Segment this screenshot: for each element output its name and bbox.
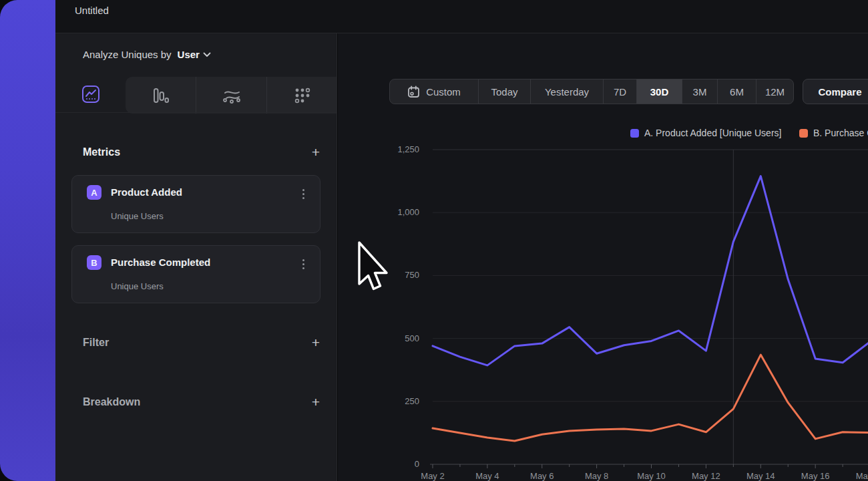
filter-header: Filter [83, 337, 109, 349]
add-breakdown-button[interactable]: + [308, 395, 323, 410]
y-axis-tick-label: 1,000 [369, 207, 419, 217]
metric-card-b[interactable]: B Purchase Completed Unique Users [71, 245, 320, 303]
flow-icon [222, 87, 241, 104]
x-axis-tick-label: May 12 [686, 471, 726, 481]
metrics-header: Metrics [83, 146, 120, 158]
chart-canvas [338, 33, 868, 481]
add-metric-button[interactable]: + [308, 145, 323, 160]
chart-type-tabs [55, 75, 337, 112]
y-axis-tick-label: 0 [369, 459, 419, 469]
tab-grid-dots[interactable] [266, 77, 337, 114]
metric-badge-a: A [87, 185, 101, 200]
document-title[interactable]: Untitled [75, 5, 109, 16]
chart-panel: Custom Today Yesterday 7D 30D 3M 6M 12M … [338, 33, 868, 481]
series-line-a [433, 176, 868, 365]
metric-subtitle: Unique Users [111, 281, 164, 291]
x-axis-tick-label: May 2 [413, 471, 453, 481]
x-axis-tick-label: May 18 [850, 471, 868, 481]
metric-card-a[interactable]: A Product Added Unique Users [71, 175, 320, 233]
metric-subtitle: Unique Users [111, 211, 164, 221]
tab-flow[interactable] [196, 77, 266, 114]
metric-title: Purchase Completed [111, 257, 210, 268]
x-axis-tick-label: May 14 [740, 471, 781, 481]
breakdown-header-row: Breakdown + [83, 395, 323, 410]
add-filter-button[interactable]: + [308, 335, 323, 350]
top-bar: Untitled [55, 0, 868, 33]
line-chart-icon [81, 85, 100, 104]
chart-type-tabs-group [126, 77, 337, 114]
x-axis-tick-label: May 6 [522, 471, 562, 481]
metric-menu-button[interactable] [297, 187, 309, 200]
metric-menu-button[interactable] [297, 257, 309, 271]
metric-badge-b: B [87, 255, 101, 270]
analytics-app: { "window": { "title": "Untitled" }, "co… [0, 0, 868, 481]
x-axis-tick-label: May 4 [467, 471, 507, 481]
chevron-down-icon [203, 52, 211, 57]
y-axis-tick-label: 1,250 [369, 144, 419, 154]
grid-dots-icon [294, 87, 311, 104]
app-nav-strip [0, 0, 55, 481]
filter-header-row: Filter + [83, 335, 323, 350]
y-axis-tick-label: 750 [369, 270, 419, 280]
query-sidebar: Analyze Uniques by User [55, 33, 337, 481]
x-axis-tick-label: May 10 [632, 471, 672, 481]
y-axis-tick-label: 500 [369, 333, 419, 343]
tab-bar-chart[interactable] [126, 77, 196, 114]
breakdown-header: Breakdown [83, 396, 140, 408]
analyze-by-row: Analyze Uniques by User [83, 33, 211, 75]
analyze-by-value: User [178, 49, 200, 60]
tab-line-chart[interactable] [55, 75, 126, 112]
y-axis-tick-label: 250 [369, 396, 419, 406]
metric-title: Product Added [111, 186, 182, 198]
x-axis-tick-label: May 8 [577, 471, 617, 481]
divider [55, 112, 337, 113]
bar-chart-icon [152, 87, 170, 104]
analyze-by-label: Analyze Uniques by [83, 49, 172, 60]
analyze-by-dropdown[interactable]: User [178, 49, 211, 60]
series-line-b [433, 355, 868, 441]
x-axis-tick-label: May 16 [795, 471, 835, 481]
metrics-header-row: Metrics + [83, 145, 323, 160]
